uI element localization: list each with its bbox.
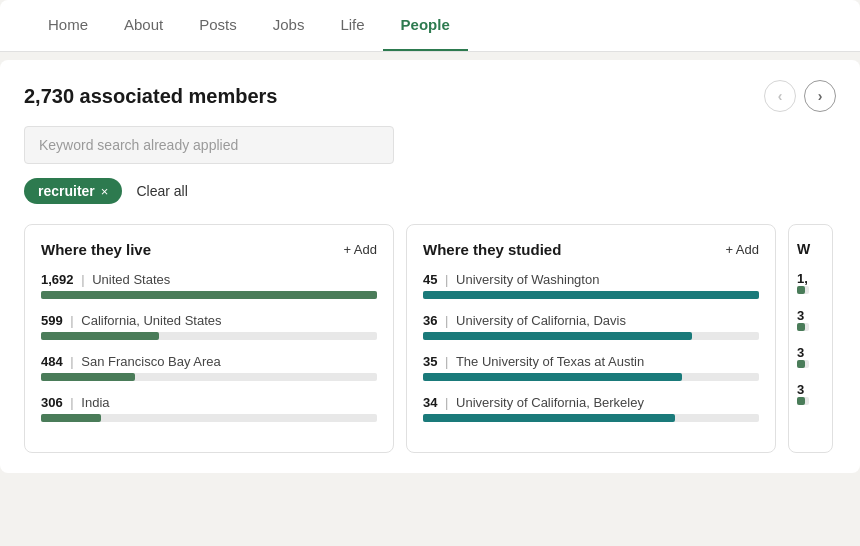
recruiter-filter-tag[interactable]: recruiter × — [24, 178, 122, 204]
nav-item-people[interactable]: People — [383, 0, 468, 51]
nav-item-posts[interactable]: Posts — [181, 0, 255, 51]
bar-track — [423, 332, 759, 340]
list-item: 34 | University of California, Berkeley — [423, 395, 759, 422]
live-card-title: Where they live — [41, 241, 151, 258]
cards-row: Where they live + Add 1,692 | United Sta… — [24, 224, 836, 453]
remove-filter-icon[interactable]: × — [101, 184, 109, 199]
list-item: 3 — [797, 382, 824, 405]
card-header-studied: Where they studied + Add — [423, 241, 759, 258]
left-arrow-icon: ‹ — [778, 88, 783, 104]
bar-track — [41, 414, 377, 422]
studied-items: 45 | University of Washington 36 | Unive… — [423, 272, 759, 422]
list-item: 306 | India — [41, 395, 377, 422]
partial-card: W 1, 3 3 3 — [788, 224, 833, 453]
bar-fill — [41, 332, 159, 340]
where-they-studied-card: Where they studied + Add 45 | University… — [406, 224, 776, 453]
bar-label: 45 | University of Washington — [423, 272, 759, 287]
clear-all-button[interactable]: Clear all — [136, 183, 187, 199]
bar-label: 34 | University of California, Berkeley — [423, 395, 759, 410]
partial-bar-track — [797, 397, 809, 405]
keyword-search[interactable]: Keyword search already applied — [24, 126, 394, 164]
bar-track — [41, 373, 377, 381]
bar-track — [41, 332, 377, 340]
partial-bar-fill — [797, 360, 805, 368]
bar-label: 599 | California, United States — [41, 313, 377, 328]
members-title-row: 2,730 associated members ‹ › — [24, 80, 836, 112]
right-arrow-icon: › — [818, 88, 823, 104]
main-container: 2,730 associated members ‹ › Keyword sea… — [0, 60, 860, 473]
studied-card-title: Where they studied — [423, 241, 561, 258]
bar-track — [41, 291, 377, 299]
bar-fill — [423, 414, 675, 422]
top-nav: HomeAboutPostsJobsLifePeople — [0, 0, 860, 52]
card-header-live: Where they live + Add — [41, 241, 377, 258]
filter-row: recruiter × Clear all — [24, 178, 836, 204]
partial-bar-fill — [797, 286, 805, 294]
list-item: 1, — [797, 271, 824, 294]
list-item: 35 | The University of Texas at Austin — [423, 354, 759, 381]
partial-bar-track — [797, 323, 809, 331]
live-add-button[interactable]: + Add — [343, 242, 377, 257]
nav-item-about[interactable]: About — [106, 0, 181, 51]
bar-label: 35 | The University of Texas at Austin — [423, 354, 759, 369]
bar-label: 36 | University of California, Davis — [423, 313, 759, 328]
where-they-live-card: Where they live + Add 1,692 | United Sta… — [24, 224, 394, 453]
list-item: 36 | University of California, Davis — [423, 313, 759, 340]
partial-bar-fill — [797, 323, 805, 331]
studied-add-button[interactable]: + Add — [725, 242, 759, 257]
bar-label: 484 | San Francisco Bay Area — [41, 354, 377, 369]
partial-card-title: W — [797, 241, 824, 257]
list-item: 45 | University of Washington — [423, 272, 759, 299]
members-count: 2,730 associated members — [24, 85, 278, 108]
bar-fill — [423, 373, 682, 381]
list-item: 3 — [797, 345, 824, 368]
list-item: 1,692 | United States — [41, 272, 377, 299]
bar-fill — [41, 291, 377, 299]
nav-arrows: ‹ › — [764, 80, 836, 112]
prev-arrow[interactable]: ‹ — [764, 80, 796, 112]
next-arrow[interactable]: › — [804, 80, 836, 112]
partial-bar-track — [797, 360, 809, 368]
partial-bar-track — [797, 286, 809, 294]
bar-fill — [41, 373, 135, 381]
bar-fill — [41, 414, 101, 422]
bar-track — [423, 414, 759, 422]
bar-fill — [423, 332, 692, 340]
list-item: 3 — [797, 308, 824, 331]
partial-items: 1, 3 3 3 — [797, 271, 824, 405]
nav-item-home[interactable]: Home — [30, 0, 106, 51]
filter-tag-label: recruiter — [38, 183, 95, 199]
partial-bar-fill — [797, 397, 805, 405]
nav-item-jobs[interactable]: Jobs — [255, 0, 323, 51]
bar-label: 1,692 | United States — [41, 272, 377, 287]
bar-label: 306 | India — [41, 395, 377, 410]
list-item: 599 | California, United States — [41, 313, 377, 340]
bar-fill — [423, 291, 759, 299]
nav-item-life[interactable]: Life — [322, 0, 382, 51]
live-items: 1,692 | United States 599 | California, … — [41, 272, 377, 422]
list-item: 484 | San Francisco Bay Area — [41, 354, 377, 381]
bar-track — [423, 373, 759, 381]
bar-track — [423, 291, 759, 299]
